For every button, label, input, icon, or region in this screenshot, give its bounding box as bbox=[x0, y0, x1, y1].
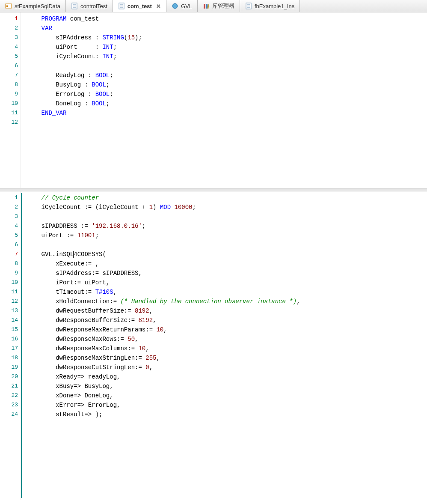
line-number: 2 bbox=[0, 24, 18, 33]
line-number: 3 bbox=[0, 212, 18, 221]
code-bottom[interactable]: // Cycle counter iCycleCount := (iCycleC… bbox=[21, 191, 427, 500]
code-line[interactable]: sIPADDRESS := '192.168.0.16'; bbox=[27, 221, 427, 231]
svg-rect-12 bbox=[204, 4, 205, 9]
tab-label: controlTest bbox=[80, 3, 107, 9]
change-bar bbox=[21, 193, 22, 498]
line-number: 4 bbox=[0, 221, 18, 231]
line-number: 19 bbox=[0, 363, 18, 372]
tab-label: GVL bbox=[181, 3, 192, 9]
line-number: 5 bbox=[0, 52, 18, 61]
tab-label: 库管理器 bbox=[212, 2, 234, 10]
line-number: 5 bbox=[0, 231, 18, 240]
line-number: 8 bbox=[0, 80, 18, 89]
tab-5[interactable]: fbExample1_Ins bbox=[240, 0, 300, 12]
library-icon bbox=[203, 3, 210, 9]
code-line[interactable]: dwResponseMaxStringLen:= 255, bbox=[27, 353, 427, 363]
pou-icon bbox=[118, 3, 125, 9]
line-number: 15 bbox=[0, 325, 18, 334]
gutter-bottom: 123456789101112131415161718192021222324 bbox=[0, 191, 21, 500]
code-line[interactable] bbox=[27, 212, 427, 221]
code-line[interactable]: xError=> ErrorLog, bbox=[27, 400, 427, 410]
struct-icon bbox=[5, 3, 12, 9]
code-line[interactable]: iPort:= uiPort, bbox=[27, 278, 427, 287]
line-number: 20 bbox=[0, 372, 18, 382]
code-line[interactable]: iCycleCount := (iCycleCount + 1) MOD 100… bbox=[27, 203, 427, 212]
code-top[interactable]: PROGRAM com_test VAR sIPAddress : STRING… bbox=[21, 12, 427, 188]
code-line[interactable] bbox=[27, 118, 427, 127]
code-line[interactable]: END_VAR bbox=[27, 108, 427, 118]
code-line[interactable]: dwResponseMaxRows:= 50, bbox=[27, 334, 427, 344]
line-number: 10 bbox=[0, 99, 18, 108]
code-line[interactable]: dwResponseMaxReturnParams:= 10, bbox=[27, 325, 427, 334]
line-number: 8 bbox=[0, 259, 18, 268]
close-icon[interactable]: ✕ bbox=[156, 3, 161, 9]
tab-label: com_test bbox=[128, 3, 152, 9]
tab-4[interactable]: 库管理器 bbox=[198, 0, 240, 12]
code-line[interactable]: xHoldConnection:= (* Handled by the conn… bbox=[27, 297, 427, 306]
svg-rect-2 bbox=[6, 6, 8, 7]
tab-0[interactable]: stExampleSqlData bbox=[0, 0, 66, 12]
code-line[interactable]: sIPAddress : STRING(15); bbox=[27, 33, 427, 42]
code-line[interactable]: stResult=> ); bbox=[27, 410, 427, 419]
pane-splitter[interactable] bbox=[0, 188, 427, 191]
code-line[interactable]: xBusy=> BusyLog, bbox=[27, 382, 427, 391]
line-number: 6 bbox=[0, 61, 18, 71]
code-line[interactable]: uiPort : INT; bbox=[27, 42, 427, 52]
pou-icon bbox=[245, 3, 252, 9]
line-number: 4 bbox=[0, 42, 18, 52]
line-number: 12 bbox=[0, 118, 18, 127]
tab-bar: stExampleSqlDatacontrolTestcom_test✕GVL库… bbox=[0, 0, 427, 12]
line-number: 21 bbox=[0, 382, 18, 391]
code-line[interactable]: // Cycle counter bbox=[27, 193, 427, 203]
line-number: 24 bbox=[0, 410, 18, 419]
line-number: 14 bbox=[0, 316, 18, 325]
line-number: 1 bbox=[0, 14, 18, 24]
line-number: 12 bbox=[0, 297, 18, 306]
code-line[interactable]: xReady=> readyLog, bbox=[27, 372, 427, 382]
pou-icon bbox=[71, 3, 78, 9]
svg-rect-13 bbox=[206, 4, 208, 9]
tab-label: stExampleSqlData bbox=[15, 3, 60, 9]
line-number: 1 bbox=[0, 193, 18, 203]
line-number: 22 bbox=[0, 391, 18, 400]
line-number: 17 bbox=[0, 344, 18, 353]
line-number: 13 bbox=[0, 306, 18, 316]
code-line[interactable]: sIPAddress:= sIPADDRESS, bbox=[27, 268, 427, 278]
code-line[interactable]: ErrorLog : BOOL; bbox=[27, 89, 427, 99]
tab-2[interactable]: com_test✕ bbox=[113, 0, 166, 12]
line-number: 16 bbox=[0, 334, 18, 344]
line-number: 18 bbox=[0, 353, 18, 363]
code-line[interactable]: xDone=> DoneLog, bbox=[27, 391, 427, 400]
line-number: 9 bbox=[0, 268, 18, 278]
line-number: 6 bbox=[0, 240, 18, 250]
code-line[interactable]: VAR bbox=[27, 24, 427, 33]
line-number: 9 bbox=[0, 89, 18, 99]
code-line[interactable]: dwResponseMaxColumns:= 10, bbox=[27, 344, 427, 353]
code-line[interactable]: iCycleCount: INT; bbox=[27, 52, 427, 61]
code-line[interactable]: dwResponseCutStringLen:= 0, bbox=[27, 363, 427, 372]
line-number: 11 bbox=[0, 287, 18, 297]
code-line[interactable] bbox=[27, 240, 427, 250]
code-line[interactable]: GVL.inSQL4CODESYS( bbox=[27, 250, 427, 259]
gutter-top: 123456789101112 bbox=[0, 12, 21, 188]
code-line[interactable]: DoneLog : BOOL; bbox=[27, 99, 427, 108]
line-number: 23 bbox=[0, 400, 18, 410]
implementation-pane: 123456789101112131415161718192021222324 … bbox=[0, 191, 427, 500]
code-line[interactable]: PROGRAM com_test bbox=[27, 14, 427, 24]
code-line[interactable]: dwRequestBufferSize:= 8192, bbox=[27, 306, 427, 316]
code-line[interactable]: dwResponseBufferSize:= 8192, bbox=[27, 316, 427, 325]
line-number: 7 bbox=[0, 71, 18, 80]
line-number: 11 bbox=[0, 108, 18, 118]
code-line[interactable]: uiPort := 11001; bbox=[27, 231, 427, 240]
code-line[interactable] bbox=[27, 61, 427, 71]
line-number: 3 bbox=[0, 33, 18, 42]
line-number: 2 bbox=[0, 203, 18, 212]
code-line[interactable]: xExecute:= , bbox=[27, 259, 427, 268]
tab-3[interactable]: GVL bbox=[166, 0, 198, 12]
tab-1[interactable]: controlTest bbox=[66, 0, 113, 12]
line-number: 10 bbox=[0, 278, 18, 287]
svg-rect-1 bbox=[6, 5, 8, 6]
code-line[interactable]: ReadyLog : BOOL; bbox=[27, 71, 427, 80]
code-line[interactable]: tTimeout:= T#10S, bbox=[27, 287, 427, 297]
code-line[interactable]: BusyLog : BOOL; bbox=[27, 80, 427, 89]
